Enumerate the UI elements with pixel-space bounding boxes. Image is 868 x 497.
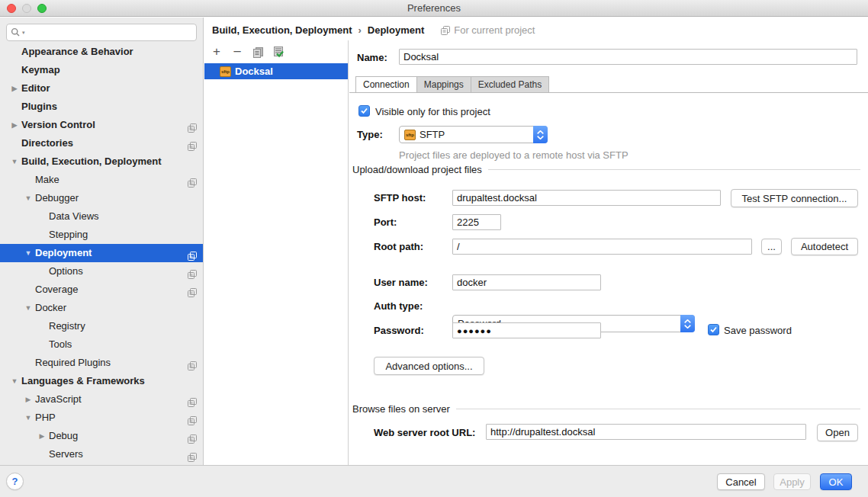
sidebar-item-javascript[interactable]: ▶JavaScript: [0, 390, 203, 409]
sidebar-item-label: Build, Execution, Deployment: [21, 156, 161, 167]
search-filter-chevron-icon[interactable]: ▾: [22, 30, 25, 36]
sidebar-item-version-control[interactable]: ▶Version Control: [0, 116, 203, 134]
sidebar-item-label: Languages & Frameworks: [21, 375, 145, 386]
cancel-button[interactable]: Cancel: [717, 473, 765, 490]
sidebar-item-label: Plugins: [21, 101, 57, 112]
visible-only-checkbox[interactable]: [358, 105, 370, 117]
sidebar-item-label: Debugger: [35, 192, 79, 204]
add-server-icon[interactable]: +: [210, 45, 223, 59]
breadcrumb: Build, Execution, Deployment › Deploymen…: [212, 24, 535, 36]
ok-button[interactable]: OK: [820, 473, 852, 490]
open-url-button[interactable]: Open: [817, 424, 858, 441]
preferences-window: Preferences ▾ Appearance & BehaviorKeyma…: [0, 0, 868, 497]
connection-form: Name: ConnectionMappingsExcluded Paths V…: [349, 40, 868, 465]
tree-expand-icon[interactable]: ▶: [35, 427, 49, 445]
section-upload: Upload/download project files: [352, 164, 860, 175]
sidebar-item-label: Docker: [35, 302, 66, 313]
sidebar-item-debug[interactable]: ▶Debug: [0, 427, 203, 445]
test-sftp-connection-button[interactable]: Test SFTP connection...: [731, 189, 858, 207]
autodetect-button[interactable]: Autodetect: [791, 238, 858, 255]
tree-collapse-icon[interactable]: ▼: [8, 372, 21, 390]
sidebar-item-label: Make: [35, 174, 59, 185]
name-label: Name:: [357, 52, 387, 63]
server-list-item-docksal[interactable]: sftp Docksal: [204, 63, 348, 79]
servers-toolbar: + −: [204, 40, 348, 63]
sidebar-item-data-views[interactable]: Data Views: [0, 207, 203, 226]
user-name-input[interactable]: [452, 274, 601, 290]
sidebar-item-label: Required Plugins: [35, 357, 111, 368]
sidebar-item-plugins[interactable]: Plugins: [0, 98, 203, 116]
sidebar-item-docker[interactable]: ▼Docker: [0, 299, 203, 317]
sidebar-item-label: Editor: [21, 82, 50, 94]
sidebar-item-label: Data Views: [49, 210, 99, 222]
password-input[interactable]: [452, 322, 601, 338]
settings-search-input[interactable]: ▾: [6, 24, 197, 41]
tree-expand-icon[interactable]: ▶: [21, 390, 35, 409]
sidebar-item-label: Appearance & Behavior: [21, 46, 133, 57]
sidebar-item-php[interactable]: ▼PHP: [0, 409, 203, 427]
sidebar-item-label: Options: [49, 265, 83, 277]
sidebar-item-make[interactable]: Make: [0, 171, 203, 189]
sidebar-item-keymap[interactable]: Keymap: [0, 61, 203, 79]
content-area: Build, Execution, Deployment › Deploymen…: [204, 18, 868, 465]
sidebar-item-appearance-behavior[interactable]: Appearance & Behavior: [0, 43, 203, 61]
port-label: Port:: [374, 216, 397, 228]
sidebar-item-debugger[interactable]: ▼Debugger: [0, 189, 203, 207]
section-browse: Browse files on server: [352, 403, 860, 415]
sidebar-item-label: Version Control: [21, 119, 95, 130]
sidebar-item-languages-frameworks[interactable]: ▼Languages & Frameworks: [0, 372, 203, 390]
tree-expand-icon[interactable]: ▶: [8, 116, 21, 134]
save-password-checkbox[interactable]: [708, 324, 719, 335]
sftp-host-label: SFTP host:: [374, 192, 426, 204]
sidebar-item-required-plugins[interactable]: Required Plugins: [0, 354, 203, 372]
dropdown-stepper-icon: [680, 315, 695, 332]
name-input[interactable]: [399, 49, 857, 65]
web-root-input[interactable]: [486, 424, 806, 440]
tree-expand-icon[interactable]: ▶: [8, 79, 21, 98]
type-select[interactable]: sftp SFTP: [399, 126, 548, 143]
help-button[interactable]: ?: [6, 473, 24, 490]
breadcrumb-category[interactable]: Build, Execution, Deployment: [212, 24, 352, 36]
port-input[interactable]: [452, 214, 501, 230]
sidebar-item-editor[interactable]: ▶Editor: [0, 79, 203, 98]
browse-root-path-button[interactable]: ...: [761, 239, 782, 255]
servers-list-panel: + − sftp Docksal: [204, 40, 349, 465]
sftp-host-input[interactable]: [452, 190, 721, 206]
sftp-file-icon: sftp: [220, 66, 231, 77]
project-scope-icon: [441, 26, 450, 35]
tree-collapse-icon[interactable]: ▼: [21, 299, 35, 317]
sidebar-item-label: Tools: [49, 338, 72, 350]
advanced-options-button[interactable]: Advanced options...: [374, 357, 484, 375]
sidebar-item-directories[interactable]: Directories: [0, 134, 203, 152]
tab-excluded-paths[interactable]: Excluded Paths: [471, 76, 549, 93]
sidebar-item-stepping[interactable]: Stepping: [0, 226, 203, 244]
tree-collapse-icon[interactable]: ▼: [21, 244, 35, 262]
sidebar-item-deployment[interactable]: ▼Deployment: [0, 244, 203, 262]
sidebar-item-options[interactable]: Options: [0, 262, 203, 281]
sidebar-item-label: Coverage: [35, 284, 78, 295]
sidebar-item-servers[interactable]: Servers: [0, 445, 203, 463]
apply-button[interactable]: Apply: [773, 473, 811, 490]
root-path-input[interactable]: [452, 239, 752, 255]
sidebar-item-coverage[interactable]: Coverage: [0, 281, 203, 299]
tab-connection[interactable]: Connection: [355, 76, 417, 93]
breadcrumb-page: Deployment: [368, 24, 424, 36]
remove-server-icon[interactable]: −: [230, 45, 244, 59]
use-as-default-icon[interactable]: [272, 45, 285, 59]
sidebar-item-build-execution-deployment[interactable]: ▼Build, Execution, Deployment: [0, 152, 203, 171]
footer-bar: ? Cancel Apply OK: [0, 465, 868, 497]
type-label: Type:: [357, 129, 383, 140]
dropdown-stepper-icon: [533, 126, 548, 143]
tree-collapse-icon[interactable]: ▼: [21, 409, 35, 427]
sidebar-item-label: Servers: [49, 448, 83, 460]
tree-collapse-icon[interactable]: ▼: [21, 189, 35, 207]
sidebar-item-label: Deployment: [35, 247, 92, 258]
sidebar-item-tools[interactable]: Tools: [0, 335, 203, 354]
tree-collapse-icon[interactable]: ▼: [8, 152, 21, 171]
sidebar-item-registry[interactable]: Registry: [0, 317, 203, 335]
copy-server-icon[interactable]: [251, 45, 265, 59]
tab-mappings[interactable]: Mappings: [417, 76, 471, 93]
scope-label: For current project: [454, 24, 535, 36]
window-title: Preferences: [0, 2, 868, 14]
scope-indicator: For current project: [441, 24, 535, 36]
